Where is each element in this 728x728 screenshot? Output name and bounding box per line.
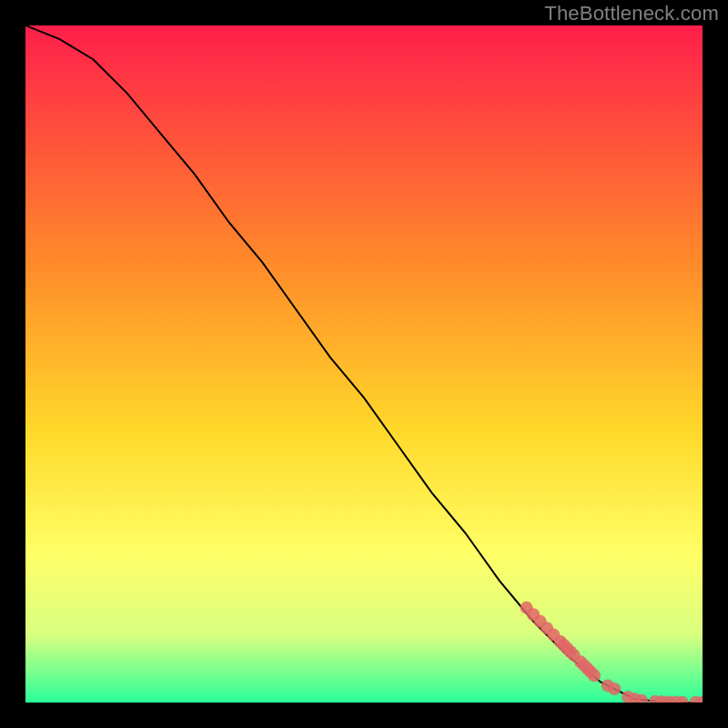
data-point bbox=[608, 682, 621, 695]
gradient-background bbox=[25, 25, 703, 703]
plot-area bbox=[25, 25, 703, 703]
data-point bbox=[588, 669, 601, 682]
watermark-text: TheBottleneck.com bbox=[544, 2, 719, 25]
chart-frame: TheBottleneck.com bbox=[0, 0, 728, 728]
chart-svg bbox=[25, 25, 703, 703]
